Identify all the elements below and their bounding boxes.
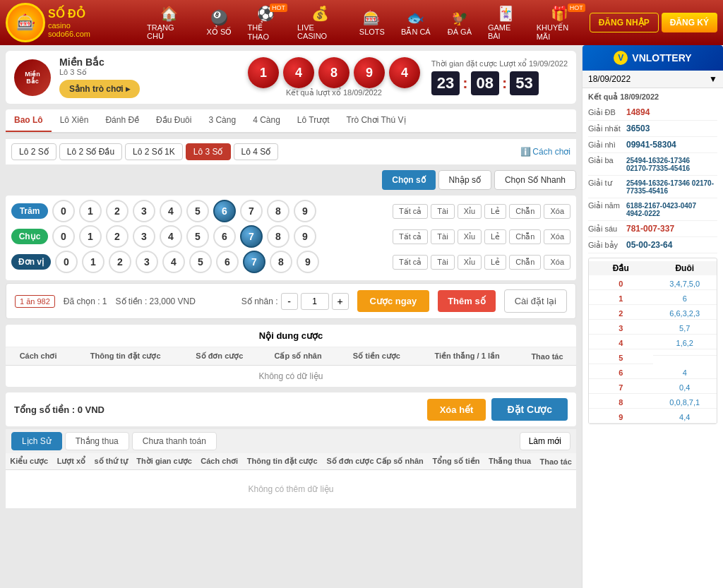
num-2-chuc[interactable]: 2 <box>106 225 129 248</box>
timer-label: Thời gian đặt cược Lượt xổ 19/09/2022 <box>431 59 568 68</box>
add-bet-button[interactable]: Thêm số <box>438 290 496 312</box>
bet-type-lo3so[interactable]: Lô 3 Số <box>186 143 231 160</box>
ctrl-chan-tram[interactable]: Chẵn <box>509 204 541 219</box>
num-1-donvi[interactable]: 1 <box>82 251 104 273</box>
tab-lo-xien[interactable]: Lô Xiên <box>52 109 97 132</box>
ctrl-xoa-chuc[interactable]: Xóa <box>544 229 570 244</box>
nav-cockfight[interactable]: 🐓 ĐÁ GÀ <box>438 6 481 39</box>
tab-bao-lo[interactable]: Bao Lô <box>6 109 52 132</box>
mult-increase-button[interactable]: + <box>332 293 349 310</box>
hist-tab-thang-thua[interactable]: Thắng thua <box>65 432 129 450</box>
hist-refresh-button[interactable]: Làm mới <box>520 432 570 450</box>
ctrl-chan-chuc[interactable]: Chẵn <box>509 229 541 244</box>
num-4-donvi[interactable]: 4 <box>162 251 185 273</box>
clear-all-button[interactable]: Xóa hết <box>427 399 486 421</box>
lobby-button[interactable]: Sảnh trò chơi ▸ <box>59 80 140 98</box>
num-1-chuc[interactable]: 1 <box>79 225 102 248</box>
num-7-chuc[interactable]: 7 <box>240 225 263 248</box>
nav-fishing[interactable]: 🐟 BẮN CÁ <box>395 6 437 40</box>
num-8-chuc[interactable]: 8 <box>267 225 289 248</box>
ctrl-xiu-tram[interactable]: Xỉu <box>458 204 482 219</box>
ctrl-tai-chuc[interactable]: Tài <box>431 229 454 244</box>
bet-type-lo2so[interactable]: Lô 2 Số <box>11 143 56 160</box>
tab-danh-de[interactable]: Đánh Đề <box>97 109 148 132</box>
ctrl-xoa-tram[interactable]: Xóa <box>544 204 570 219</box>
num-6-chuc[interactable]: 6 <box>213 225 236 248</box>
info-link[interactable]: ℹ️ Cách chơi <box>520 147 570 157</box>
row-label-tram[interactable]: Trăm <box>11 203 48 219</box>
num-5-chuc[interactable]: 5 <box>186 225 209 248</box>
tab-4-cang[interactable]: 4 Càng <box>244 109 289 132</box>
nav-promotions[interactable]: HOT 🎁 KHUYẾN MÃI <box>531 2 588 44</box>
num-2-tram[interactable]: 2 <box>106 200 129 222</box>
quick-choose-button[interactable]: Chọn Số Nhanh <box>494 170 576 190</box>
ctrl-all-donvi[interactable]: Tất cả <box>393 255 428 270</box>
hist-tab-chua-thanh-toan[interactable]: Chưa thanh toán <box>132 432 217 450</box>
nav-card-games[interactable]: 🃏 GAME BÀI <box>482 2 530 43</box>
nav-slots[interactable]: 🎰 SLOTS <box>351 6 393 39</box>
nav-live-casino[interactable]: 💰 LIVE CASINO <box>292 2 349 43</box>
ctrl-xoa-donvi[interactable]: Xóa <box>544 255 570 270</box>
num-7-donvi[interactable]: 7 <box>243 251 265 273</box>
vn-giai-nhat: Giải nhất 36503 <box>588 121 717 137</box>
reset-button[interactable]: Cài đặt lại <box>504 289 567 313</box>
tail-num-6: 4 <box>653 367 717 379</box>
num-3-donvi[interactable]: 3 <box>136 251 158 273</box>
ctrl-all-tram[interactable]: Tất cả <box>393 204 428 219</box>
login-button[interactable]: ĐĂNG NHẬP <box>590 13 659 32</box>
num-4-tram[interactable]: 4 <box>160 200 182 222</box>
input-number-button[interactable]: Nhập số <box>438 170 491 190</box>
ctrl-xiu-donvi[interactable]: Xỉu <box>458 255 482 270</box>
num-6-donvi[interactable]: 6 <box>216 251 239 273</box>
nav-lottery[interactable]: 🎱 XỔ SỐ <box>198 6 240 40</box>
ctrl-le-chuc[interactable]: Lẻ <box>484 229 506 244</box>
history-header-row: Kiểu cược Lượt xổ số thứ tự Thời gian cư… <box>6 453 576 470</box>
num-9-chuc[interactable]: 9 <box>294 225 316 248</box>
num-0-chuc[interactable]: 0 <box>52 225 75 248</box>
tab-dau-duoi[interactable]: Đầu Đuôi <box>148 109 200 132</box>
mult-decrease-button[interactable]: - <box>281 293 298 310</box>
num-6-tram[interactable]: 6 <box>213 200 236 222</box>
mult-value-input[interactable] <box>301 293 329 310</box>
ctrl-le-donvi[interactable]: Lẻ <box>484 255 506 270</box>
number-section: Trăm 0 1 2 3 4 5 6 7 8 9 Tất cả Tài Xỉu … <box>6 196 576 280</box>
num-2-donvi[interactable]: 2 <box>109 251 131 273</box>
row-label-donvi[interactable]: Đơn vị <box>11 254 51 270</box>
num-5-donvi[interactable]: 5 <box>189 251 212 273</box>
ctrl-le-tram[interactable]: Lẻ <box>484 204 506 219</box>
num-0-tram[interactable]: 0 <box>52 200 75 222</box>
bet-type-lo2so-1k[interactable]: Lô 2 Số 1K <box>125 143 183 160</box>
num-1-tram[interactable]: 1 <box>79 200 102 222</box>
num-4-chuc[interactable]: 4 <box>160 225 182 248</box>
num-3-tram[interactable]: 3 <box>133 200 155 222</box>
num-7-tram[interactable]: 7 <box>240 200 263 222</box>
tail-col-9: 4,4 <box>653 412 717 424</box>
hist-tab-lich-su[interactable]: Lịch Sử <box>11 432 62 450</box>
tab-tro-choi[interactable]: Trò Chơi Thú Vị <box>338 109 414 132</box>
vn-dropdown-icon[interactable]: ▼ <box>709 74 717 84</box>
tab-lo-truot[interactable]: Lô Trượt <box>289 109 338 132</box>
num-9-tram[interactable]: 9 <box>294 200 316 222</box>
nav-sports[interactable]: HOT ⚽ THỂ THAO <box>241 2 290 44</box>
bet-now-button[interactable]: Cược ngay <box>357 290 430 312</box>
ctrl-tai-tram[interactable]: Tài <box>431 204 454 219</box>
num-5-tram[interactable]: 5 <box>186 200 209 222</box>
num-3-chuc[interactable]: 3 <box>133 225 155 248</box>
ctrl-tai-donvi[interactable]: Tài <box>431 255 454 270</box>
row-label-chuc[interactable]: Chục <box>11 229 48 244</box>
place-bet-button[interactable]: Đặt Cược <box>491 398 568 421</box>
ctrl-all-chuc[interactable]: Tất cả <box>393 229 428 244</box>
head-col-0: 0 <box>589 278 653 290</box>
bet-type-lo2so-dau[interactable]: Lô 2 Số Đầu <box>59 143 122 160</box>
ctrl-xiu-chuc[interactable]: Xỉu <box>458 229 482 244</box>
tab-3-cang[interactable]: 3 Càng <box>200 109 244 132</box>
nav-home[interactable]: 🏠 TRANG CHỦ <box>141 2 196 44</box>
ctrl-chan-donvi[interactable]: Chẵn <box>509 255 541 270</box>
choose-number-button[interactable]: Chọn số <box>382 170 435 190</box>
num-9-donvi[interactable]: 9 <box>297 251 319 273</box>
register-button[interactable]: ĐĂNG KÝ <box>662 13 717 32</box>
num-8-donvi[interactable]: 8 <box>270 251 292 273</box>
num-8-tram[interactable]: 8 <box>267 200 289 222</box>
bet-type-lo4so[interactable]: Lô 4 Số <box>234 143 279 160</box>
num-0-donvi[interactable]: 0 <box>55 251 78 273</box>
